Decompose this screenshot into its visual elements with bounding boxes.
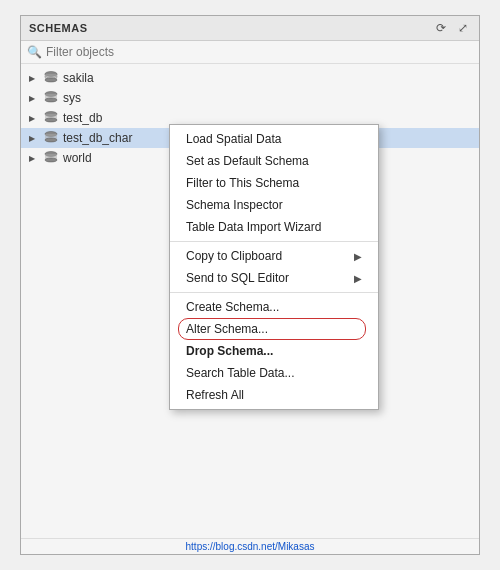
menu-item-label: Create Schema... <box>186 300 279 314</box>
menu-item-label: Load Spatial Data <box>186 132 281 146</box>
menu-item-create-schema[interactable]: Create Schema... <box>170 296 378 318</box>
expand-icon[interactable]: ⤢ <box>455 20 471 36</box>
svg-point-8 <box>45 118 57 122</box>
schema-name: test_db <box>63 111 102 125</box>
menu-item-label: Schema Inspector <box>186 198 283 212</box>
schema-name: test_db_char <box>63 131 132 145</box>
db-icon <box>43 91 59 105</box>
db-icon <box>43 151 59 165</box>
menu-item-set-default[interactable]: Set as Default Schema <box>170 150 378 172</box>
menu-item-label: Set as Default Schema <box>186 154 309 168</box>
footer-url: https://blog.csdn.net/Mikasas <box>186 541 315 552</box>
menu-item-label: Table Data Import Wizard <box>186 220 321 234</box>
schemas-panel: SCHEMAS ⟳ ⤢ 🔍 ▶ sakila ▶ <box>20 15 480 555</box>
context-menu: Load Spatial Data Set as Default Schema … <box>169 124 379 410</box>
svg-point-2 <box>45 78 57 82</box>
submenu-arrow: ▶ <box>354 251 362 262</box>
menu-item-label: Refresh All <box>186 388 244 402</box>
schema-item-sys[interactable]: ▶ sys <box>21 88 479 108</box>
search-icon: 🔍 <box>27 45 42 59</box>
menu-item-label: Send to SQL Editor <box>186 271 289 285</box>
menu-separator <box>170 292 378 293</box>
collapse-arrow: ▶ <box>29 74 39 83</box>
collapse-arrow: ▶ <box>29 114 39 123</box>
menu-item-refresh-all[interactable]: Refresh All <box>170 384 378 406</box>
footer-link[interactable]: https://blog.csdn.net/Mikasas <box>21 538 479 554</box>
collapse-arrow: ▶ <box>29 134 39 143</box>
menu-item-label: Search Table Data... <box>186 366 295 380</box>
menu-item-alter-schema[interactable]: Alter Schema... <box>170 318 378 340</box>
menu-item-label: Alter Schema... <box>186 322 268 336</box>
schema-name: sakila <box>63 71 94 85</box>
svg-point-5 <box>45 98 57 102</box>
menu-item-load-spatial[interactable]: Load Spatial Data <box>170 128 378 150</box>
menu-item-label: Copy to Clipboard <box>186 249 282 263</box>
collapse-arrow: ▶ <box>29 154 39 163</box>
db-icon <box>43 71 59 85</box>
menu-item-filter[interactable]: Filter to This Schema <box>170 172 378 194</box>
menu-item-import-wizard[interactable]: Table Data Import Wizard <box>170 216 378 238</box>
svg-point-14 <box>45 158 57 162</box>
refresh-icon[interactable]: ⟳ <box>433 20 449 36</box>
search-bar: 🔍 <box>21 41 479 64</box>
schema-name: sys <box>63 91 81 105</box>
menu-item-label: Drop Schema... <box>186 344 273 358</box>
menu-item-search-table[interactable]: Search Table Data... <box>170 362 378 384</box>
search-input[interactable] <box>46 45 473 59</box>
panel-icons: ⟳ ⤢ <box>433 20 471 36</box>
submenu-arrow: ▶ <box>354 273 362 284</box>
db-icon <box>43 111 59 125</box>
schema-name: world <box>63 151 92 165</box>
menu-item-label: Filter to This Schema <box>186 176 299 190</box>
schema-item-sakila[interactable]: ▶ sakila <box>21 68 479 88</box>
menu-item-send-sql[interactable]: Send to SQL Editor ▶ <box>170 267 378 289</box>
collapse-arrow: ▶ <box>29 94 39 103</box>
panel-title: SCHEMAS <box>29 22 88 34</box>
menu-item-inspector[interactable]: Schema Inspector <box>170 194 378 216</box>
svg-point-11 <box>45 138 57 142</box>
db-icon <box>43 131 59 145</box>
menu-item-copy-clipboard[interactable]: Copy to Clipboard ▶ <box>170 245 378 267</box>
menu-item-drop-schema[interactable]: Drop Schema... <box>170 340 378 362</box>
panel-header: SCHEMAS ⟳ ⤢ <box>21 16 479 41</box>
menu-separator <box>170 241 378 242</box>
